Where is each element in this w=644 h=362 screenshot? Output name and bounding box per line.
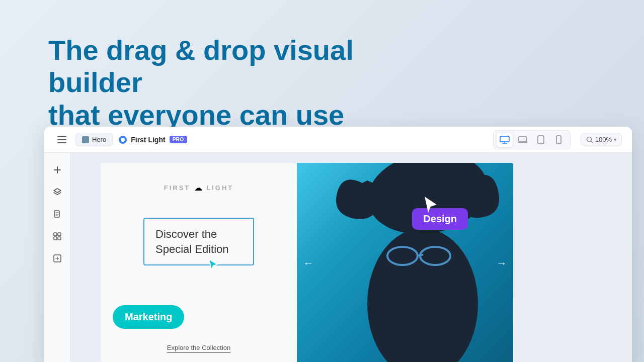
page-icon xyxy=(82,136,89,143)
viewport-laptop-button[interactable] xyxy=(515,133,531,147)
left-sidebar xyxy=(44,153,70,362)
viewport-mobile-button[interactable] xyxy=(551,133,567,147)
main-area: FIRST ☁ LIGHT Discover the Special Editi… xyxy=(44,153,632,362)
canvas-content: FIRST ☁ LIGHT Discover the Special Editi… xyxy=(101,163,513,362)
svg-point-3 xyxy=(540,142,541,143)
add-element-button[interactable] xyxy=(48,161,66,179)
svg-point-14 xyxy=(367,228,478,362)
brand-logo: FIRST ☁ LIGHT xyxy=(164,183,234,193)
discover-text: Discover the Special Edition xyxy=(155,227,242,256)
svg-rect-8 xyxy=(54,233,57,236)
cursor-arrow-icon xyxy=(423,196,439,217)
nav-arrow-left-icon: ← xyxy=(303,257,314,269)
assets-button[interactable] xyxy=(48,227,66,245)
svg-rect-1 xyxy=(519,137,527,142)
brand-text-left: FIRST xyxy=(164,184,191,192)
marketing-badge[interactable]: Marketing xyxy=(113,305,184,329)
project-info: First Light PRO xyxy=(119,136,187,144)
brand-icon: ☁ xyxy=(194,183,202,193)
layers-button[interactable] xyxy=(48,183,66,201)
toolbar: Hero First Light PRO xyxy=(44,127,632,153)
components-button[interactable] xyxy=(48,249,66,267)
page-tab[interactable]: Hero xyxy=(75,133,113,146)
zoom-arrow-icon: ▾ xyxy=(614,137,616,142)
brand-text-right: LIGHT xyxy=(206,184,233,192)
nav-arrow-right-icon: → xyxy=(496,257,507,269)
hero-title-line1: The drag & drop visual builder xyxy=(48,34,354,98)
design-badge[interactable]: Design xyxy=(412,208,468,230)
hero-text-block: The drag & drop visual builder that ever… xyxy=(48,34,390,131)
image-panel: ← → Design xyxy=(297,163,513,362)
cursor-pointer-icon xyxy=(206,257,220,274)
viewport-desktop-button[interactable] xyxy=(497,133,513,147)
canvas-right-panel: ← → Design xyxy=(297,163,513,362)
person-silhouette xyxy=(297,163,513,362)
hero-title-line2: that everyone can use xyxy=(48,99,344,131)
pro-badge: PRO xyxy=(170,136,187,143)
carousel-prev-button[interactable]: ← xyxy=(303,257,314,270)
explore-link[interactable]: Explore the Collection xyxy=(167,344,230,353)
discover-box: Discover the Special Edition xyxy=(143,218,254,265)
search-icon xyxy=(586,136,593,143)
explore-link-text: Explore the Collection xyxy=(167,344,230,351)
project-dot-icon xyxy=(119,136,127,144)
pages-button[interactable] xyxy=(48,205,66,223)
hamburger-button[interactable] xyxy=(54,133,69,146)
hero-title: The drag & drop visual builder that ever… xyxy=(48,34,390,131)
marketing-badge-text: Marketing xyxy=(125,311,172,322)
svg-point-5 xyxy=(558,142,559,143)
zoom-value: 100% xyxy=(595,136,612,143)
toolbar-left: Hero First Light PRO xyxy=(54,133,187,146)
viewport-controls xyxy=(493,130,571,149)
carousel-next-button[interactable]: → xyxy=(496,257,507,270)
canvas-area: FIRST ☁ LIGHT Discover the Special Editi… xyxy=(70,153,632,362)
svg-rect-9 xyxy=(58,233,61,236)
toolbar-right: 100% ▾ xyxy=(493,130,622,149)
svg-rect-10 xyxy=(54,237,57,240)
viewport-tablet-button[interactable] xyxy=(533,133,549,147)
canvas-left-panel: FIRST ☁ LIGHT Discover the Special Editi… xyxy=(101,163,297,362)
zoom-control[interactable]: 100% ▾ xyxy=(581,133,622,146)
builder-window: Hero First Light PRO xyxy=(44,127,632,362)
page-tab-label: Hero xyxy=(92,136,106,143)
svg-rect-11 xyxy=(58,237,61,240)
project-name: First Light xyxy=(131,136,165,144)
svg-rect-0 xyxy=(500,136,509,142)
